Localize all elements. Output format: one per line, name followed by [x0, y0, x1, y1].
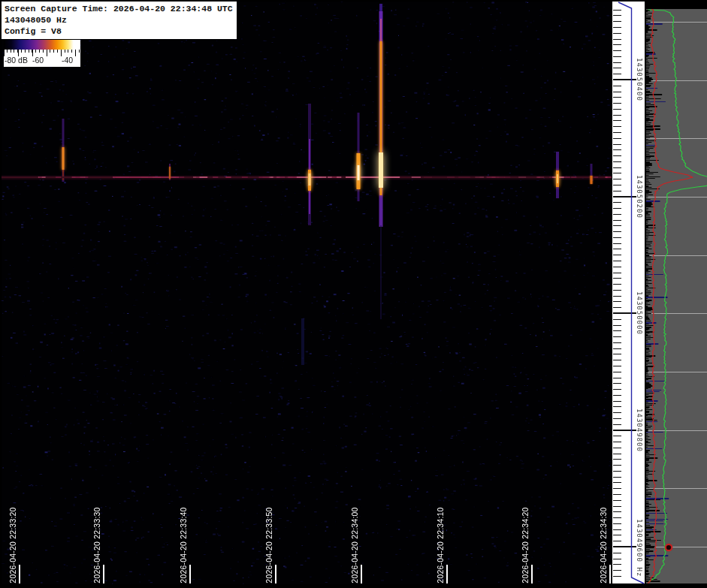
capture-info-box: Screen Capture Time: 2026-04-20 22:34:48… [2, 2, 237, 39]
colorbar-label-minus80: -80 dB [5, 56, 28, 65]
time-tick-label: 2026-04-20 22:33:30 [92, 507, 101, 583]
frequency-unit-label: Hz [636, 568, 643, 577]
frequency-tick-label: 143050000 [636, 291, 643, 335]
frequency-tick-label: 143049600 [636, 519, 643, 562]
colorbar-label-minus40: -40 [62, 56, 73, 65]
frequency-tick-label: 143050200 [636, 175, 643, 219]
capture-time-text: Screen Capture Time: 2026-04-20 22:34:48… [5, 3, 233, 14]
time-tick-mark [361, 565, 362, 583]
spectrogram-screen-capture: Screen Capture Time: 2026-04-20 22:34:48… [0, 0, 707, 588]
time-tick-label: 2026-04-20 22:34:30 [599, 507, 608, 583]
time-tick-mark [531, 565, 533, 583]
amplitude-colorbar: -80 dB -60 -40 [4, 40, 80, 67]
time-tick-mark [275, 565, 276, 583]
time-tick-label: 2026-04-20 22:33:40 [179, 507, 188, 583]
time-tick-mark [446, 565, 448, 583]
time-tick-label: 2026-04-20 22:34:10 [436, 507, 445, 583]
time-tick-label: 2026-04-20 22:34:20 [521, 507, 530, 583]
frequency-tick-label: 143049800 [636, 409, 643, 452]
frequency-tick-label: 143050400 [636, 58, 643, 101]
time-tick-label: 2026-04-20 22:33:50 [264, 507, 273, 583]
colorbar-gradient [4, 40, 80, 50]
time-tick-mark [103, 565, 104, 583]
waterfall-spectrogram-canvas [2, 2, 612, 584]
time-tick-mark [189, 565, 191, 583]
time-tick-label: 2026-04-20 22:33:20 [8, 507, 17, 583]
center-frequency-text: 143048050 Hz [5, 14, 233, 26]
config-text: Config = V8 [5, 26, 233, 37]
colorbar-labels: -80 dB -60 -40 [4, 56, 80, 66]
time-tick-label: 2026-04-20 22:34:00 [350, 507, 359, 583]
time-tick-mark [609, 565, 611, 583]
colorbar-label-minus60: -60 [32, 56, 44, 65]
time-tick-mark [19, 565, 20, 583]
spectrum-graph-canvas [645, 0, 707, 588]
